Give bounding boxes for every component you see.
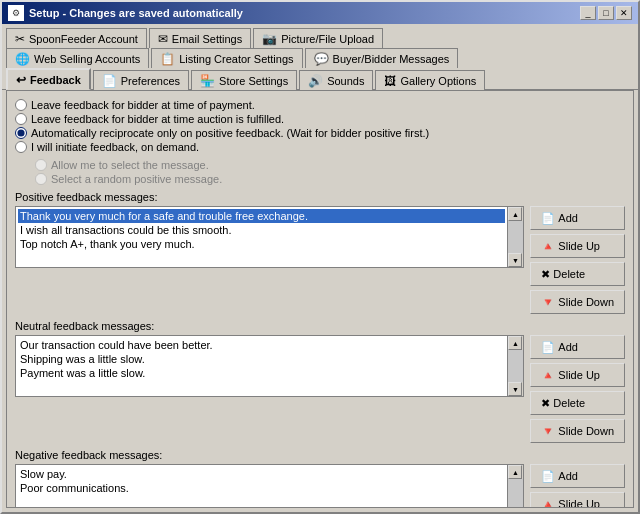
preferences-icon: 📄 — [102, 74, 117, 88]
spoonfeeder-icon: ✂ — [15, 32, 25, 46]
minimize-button[interactable]: _ — [580, 6, 596, 20]
tab-listing-creator[interactable]: 📋 Listing Creator Settings — [151, 48, 302, 68]
list-item[interactable]: Shipping was a little slow. — [18, 352, 505, 366]
feedback-timing-group: Leave feedback for bidder at time of pay… — [15, 99, 625, 153]
list-item[interactable]: Slow pay. — [18, 467, 505, 481]
add-icon: 📄 — [541, 341, 555, 354]
web-icon: 🌐 — [15, 52, 30, 66]
scroll-down-btn[interactable]: ▼ — [508, 382, 522, 396]
negative-section-label: Negative feedback messages: — [15, 449, 625, 461]
radio-item-6: Select a random positive message. — [35, 173, 625, 185]
tab-sounds-label: Sounds — [327, 75, 364, 87]
list-item[interactable]: Our transaction could have been better. — [18, 338, 505, 352]
delete-icon: ✖ — [541, 268, 550, 281]
negative-add-button[interactable]: 📄 Add — [530, 464, 625, 488]
negative-btn-group: 📄 Add 🔺 Slide Up ✖ Delete 🔻 Slide Down — [530, 464, 625, 508]
radio-allow-select[interactable] — [35, 159, 47, 171]
scroll-up-btn[interactable]: ▲ — [508, 336, 522, 350]
list-item[interactable]: Poor communications. — [18, 481, 505, 495]
neutral-slide-up-button[interactable]: 🔺 Slide Up — [530, 363, 625, 387]
store-icon: 🏪 — [200, 74, 215, 88]
positive-listbox[interactable]: Thank you very much for a safe and troub… — [16, 207, 507, 267]
tab-row-2: 🌐 Web Selling Accounts 📋 Listing Creator… — [2, 47, 638, 67]
list-item[interactable]: I wish all transactions could be this sm… — [18, 223, 505, 237]
positive-list-container: Thank you very much for a safe and troub… — [15, 206, 625, 314]
tab-spoonfeeder-label: SpoonFeeder Account — [29, 33, 138, 45]
close-button[interactable]: ✕ — [616, 6, 632, 20]
positive-section-label: Positive feedback messages: — [15, 191, 625, 203]
tab-feedback-label: Feedback — [30, 74, 81, 86]
tab-preferences[interactable]: 📄 Preferences — [93, 70, 189, 90]
positive-scrollbar[interactable]: ▲ ▼ — [507, 207, 523, 267]
radio-auto[interactable] — [15, 127, 27, 139]
list-item[interactable]: Thank you very much for a safe and troub… — [18, 209, 505, 223]
neutral-slide-down-button[interactable]: 🔻 Slide Down — [530, 419, 625, 443]
tab-email[interactable]: ✉ Email Settings — [149, 28, 251, 48]
buyer-icon: 💬 — [314, 52, 329, 66]
picture-icon: 📷 — [262, 32, 277, 46]
neutral-add-button[interactable]: 📄 Add — [530, 335, 625, 359]
tab-listing-label: Listing Creator Settings — [179, 53, 293, 65]
radio-payment[interactable] — [15, 99, 27, 111]
radio-payment-label: Leave feedback for bidder at time of pay… — [31, 99, 255, 111]
radio-item-5: Allow me to select the message. — [35, 159, 625, 171]
tab-gallery[interactable]: 🖼 Gallery Options — [375, 70, 485, 90]
tab-sounds[interactable]: 🔊 Sounds — [299, 70, 373, 90]
tab-row-3: ↩ Feedback 📄 Preferences 🏪 Store Setting… — [2, 67, 638, 90]
scroll-down-btn[interactable]: ▼ — [508, 253, 522, 267]
main-window: ⚙ Setup - Changes are saved automaticall… — [0, 0, 640, 514]
tab-preferences-label: Preferences — [121, 75, 180, 87]
tab-feedback[interactable]: ↩ Feedback — [6, 68, 91, 90]
tab-picture-label: Picture/File Upload — [281, 33, 374, 45]
scroll-track — [508, 221, 523, 253]
radio-manual[interactable] — [15, 141, 27, 153]
negative-listbox[interactable]: Slow pay. Poor communications. — [16, 465, 507, 508]
gallery-icon: 🖼 — [384, 74, 396, 88]
negative-slide-up-button[interactable]: 🔺 Slide Up — [530, 492, 625, 508]
message-select-group: Allow me to select the message. Select a… — [35, 159, 625, 185]
tab-store[interactable]: 🏪 Store Settings — [191, 70, 297, 90]
neutral-btn-group: 📄 Add 🔺 Slide Up ✖ Delete 🔻 Slide Down — [530, 335, 625, 443]
positive-slide-up-button[interactable]: 🔺 Slide Up — [530, 234, 625, 258]
radio-random[interactable] — [35, 173, 47, 185]
tab-buyer-bidder[interactable]: 💬 Buyer/Bidder Messages — [305, 48, 459, 68]
tab-email-label: Email Settings — [172, 33, 242, 45]
tab-web-selling[interactable]: 🌐 Web Selling Accounts — [6, 48, 149, 68]
neutral-scrollbar[interactable]: ▲ ▼ — [507, 336, 523, 396]
radio-auto-label: Automatically reciprocate only on positi… — [31, 127, 429, 139]
positive-delete-button[interactable]: ✖ Delete — [530, 262, 625, 286]
content-area: Leave feedback for bidder at time of pay… — [6, 90, 634, 508]
positive-slide-down-button[interactable]: 🔻 Slide Down — [530, 290, 625, 314]
tab-buyer-label: Buyer/Bidder Messages — [333, 53, 450, 65]
tab-row-1: ✂ SpoonFeeder Account ✉ Email Settings 📷… — [2, 24, 638, 47]
negative-scrollbar[interactable]: ▲ ▼ — [507, 465, 523, 508]
scroll-up-btn[interactable]: ▲ — [508, 465, 522, 479]
radio-manual-label: I will initiate feedback, on demand. — [31, 141, 199, 153]
tab-web-label: Web Selling Accounts — [34, 53, 140, 65]
scroll-up-btn[interactable]: ▲ — [508, 207, 522, 221]
list-item[interactable]: Payment was a little slow. — [18, 366, 505, 380]
positive-add-button[interactable]: 📄 Add — [530, 206, 625, 230]
radio-item-4: I will initiate feedback, on demand. — [15, 141, 625, 153]
scroll-track — [508, 350, 523, 382]
window-icon: ⚙ — [8, 5, 24, 21]
radio-fulfilled[interactable] — [15, 113, 27, 125]
list-item[interactable]: Top notch A+, thank you very much. — [18, 237, 505, 251]
radio-item-1: Leave feedback for bidder at time of pay… — [15, 99, 625, 111]
radio-fulfilled-label: Leave feedback for bidder at time auctio… — [31, 113, 284, 125]
neutral-listbox[interactable]: Our transaction could have been better. … — [16, 336, 507, 396]
tab-picture[interactable]: 📷 Picture/File Upload — [253, 28, 383, 48]
slide-up-icon: 🔺 — [541, 498, 555, 509]
slide-down-icon: 🔻 — [541, 425, 555, 438]
tab-gallery-label: Gallery Options — [400, 75, 476, 87]
email-icon: ✉ — [158, 32, 168, 46]
radio-allow-label: Allow me to select the message. — [51, 159, 209, 171]
slide-up-icon: 🔺 — [541, 369, 555, 382]
radio-item-3: Automatically reciprocate only on positi… — [15, 127, 625, 139]
maximize-button[interactable]: □ — [598, 6, 614, 20]
radio-random-label: Select a random positive message. — [51, 173, 222, 185]
delete-icon: ✖ — [541, 397, 550, 410]
neutral-section-label: Neutral feedback messages: — [15, 320, 625, 332]
neutral-delete-button[interactable]: ✖ Delete — [530, 391, 625, 415]
tab-spoonfeeder[interactable]: ✂ SpoonFeeder Account — [6, 28, 147, 48]
